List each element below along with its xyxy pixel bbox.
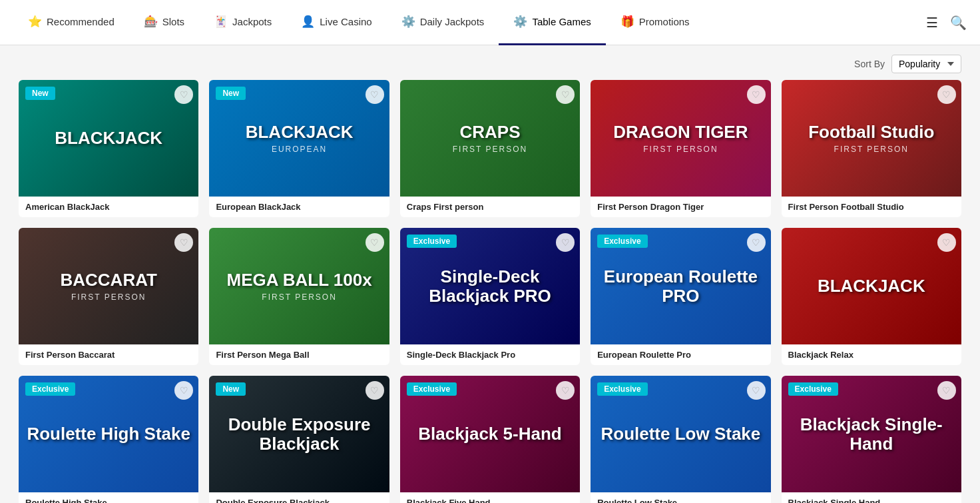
game-overlay-title-5: Football Studio xyxy=(808,123,934,142)
game-overlay-text-3: CRAPSFIRST PERSON xyxy=(453,123,527,154)
game-overlay-sub-4: FIRST PERSON xyxy=(613,145,748,154)
game-thumb-1: NewBLACKJACK♡ xyxy=(19,80,198,197)
slots-icon: 🎰 xyxy=(144,15,158,29)
game-card-4[interactable]: DRAGON TIGERFIRST PERSON♡First Person Dr… xyxy=(591,80,770,217)
game-overlay-title-14: Roulette Low Stake xyxy=(601,424,760,444)
nav-item-recommended[interactable]: ⭐Recommended xyxy=(13,0,129,45)
game-overlay-title-7: MEGA BALL 100x xyxy=(227,270,372,290)
main-nav: ⭐Recommended🎰Slots🃏Jackpots👤Live Casino⚙… xyxy=(0,0,980,45)
heart-button-15[interactable]: ♡ xyxy=(937,381,956,400)
game-overlay-text-7: MEGA BALL 100xFIRST PERSON xyxy=(227,270,372,302)
game-card-9[interactable]: ExclusiveEuropean Roulette PRO♡European … xyxy=(591,228,770,365)
nav-item-label-table-games: Table Games xyxy=(532,16,591,27)
game-overlay-text-8: Single-Deck Blackjack PRO xyxy=(407,267,573,305)
game-card-3[interactable]: CRAPSFIRST PERSON♡Craps First person xyxy=(400,80,580,217)
nav-item-label-recommended: Recommended xyxy=(47,16,115,27)
game-overlay-sub-3: FIRST PERSON xyxy=(453,145,527,154)
game-card-7[interactable]: MEGA BALL 100xFIRST PERSON♡First Person … xyxy=(209,228,389,365)
heart-button-5[interactable]: ♡ xyxy=(937,85,956,104)
game-overlay-text-2: BLACKJACKEUROPEAN xyxy=(246,123,354,154)
game-overlay-sub-2: EUROPEAN xyxy=(246,145,354,154)
game-card-1[interactable]: NewBLACKJACK♡American BlackJack xyxy=(19,80,198,217)
game-title-8: Single-Deck Blackjack Pro xyxy=(400,344,580,365)
game-overlay-text-9: European Roulette PRO xyxy=(597,267,764,305)
game-overlay-text-12: Double Exposure Blackjack xyxy=(216,415,382,453)
game-badge-1: New xyxy=(25,87,55,100)
game-overlay-title-4: DRAGON TIGER xyxy=(613,123,748,142)
game-title-9: European Roulette Pro xyxy=(591,344,770,365)
nav-item-label-daily-jackpots: Daily Jackpots xyxy=(420,16,485,27)
games-container: NewBLACKJACK♡American BlackJackNewBLACKJ… xyxy=(0,80,980,503)
game-badge-13: Exclusive xyxy=(407,382,457,396)
game-card-6[interactable]: BACCARATFIRST PERSON♡First Person Baccar… xyxy=(19,228,198,365)
table-games-icon: ⚙️ xyxy=(513,15,527,29)
heart-button-14[interactable]: ♡ xyxy=(747,381,766,400)
heart-button-12[interactable]: ♡ xyxy=(366,381,384,400)
game-thumb-3: CRAPSFIRST PERSON♡ xyxy=(400,80,580,197)
live-casino-icon: 👤 xyxy=(301,15,315,29)
game-title-13: Blackjack Five Hand xyxy=(400,492,580,503)
game-thumb-13: ExclusiveBlackjack 5-Hand♡ xyxy=(400,376,580,492)
game-overlay-title-9: European Roulette PRO xyxy=(597,267,764,305)
game-card-15[interactable]: ExclusiveBlackjack Single-Hand♡Blackjack… xyxy=(782,376,961,503)
game-card-14[interactable]: ExclusiveRoulette Low Stake♡Roulette Low… xyxy=(591,376,770,503)
heart-button-8[interactable]: ♡ xyxy=(556,233,575,252)
game-thumb-7: MEGA BALL 100xFIRST PERSON♡ xyxy=(209,228,389,344)
game-thumb-10: BLACKJACK♡ xyxy=(782,228,961,344)
game-overlay-sub-5: FIRST PERSON xyxy=(808,145,934,154)
nav-item-label-jackpots: Jackpots xyxy=(232,16,272,27)
nav-item-table-games[interactable]: ⚙️Table Games xyxy=(499,0,605,45)
game-badge-9: Exclusive xyxy=(597,235,647,248)
sort-label: Sort By xyxy=(854,59,885,69)
game-title-10: Blackjack Relax xyxy=(782,344,961,365)
game-thumb-2: NewBLACKJACKEUROPEAN♡ xyxy=(209,80,389,197)
game-title-15: Blackjack Single Hand xyxy=(782,492,961,503)
game-thumb-4: DRAGON TIGERFIRST PERSON♡ xyxy=(591,80,770,197)
game-bg-3: CRAPSFIRST PERSON xyxy=(400,80,580,197)
game-title-6: First Person Baccarat xyxy=(19,344,198,365)
game-overlay-text-4: DRAGON TIGERFIRST PERSON xyxy=(613,123,748,154)
game-thumb-6: BACCARATFIRST PERSON♡ xyxy=(19,228,198,344)
game-overlay-text-10: BLACKJACK xyxy=(818,276,925,296)
nav-item-label-live-casino: Live Casino xyxy=(320,16,371,27)
game-title-2: European BlackJack xyxy=(209,197,389,217)
game-title-12: Double Exposure Blackjack xyxy=(209,492,389,503)
search-icon[interactable]: 🔍 xyxy=(950,15,967,31)
nav-item-daily-jackpots[interactable]: ⚙️Daily Jackpots xyxy=(387,0,499,45)
nav-items: ⭐Recommended🎰Slots🃏Jackpots👤Live Casino⚙… xyxy=(13,0,926,45)
game-overlay-text-11: Roulette High Stake xyxy=(27,424,190,444)
nav-item-live-casino[interactable]: 👤Live Casino xyxy=(286,0,386,45)
game-card-11[interactable]: ExclusiveRoulette High Stake♡Roulette Hi… xyxy=(19,376,198,503)
game-bg-10: BLACKJACK xyxy=(782,228,961,344)
game-card-5[interactable]: Football StudioFIRST PERSON♡First Person… xyxy=(782,80,961,217)
game-bg-6: BACCARATFIRST PERSON xyxy=(19,228,198,344)
recommended-icon: ⭐ xyxy=(28,15,42,29)
game-card-8[interactable]: ExclusiveSingle-Deck Blackjack PRO♡Singl… xyxy=(400,228,580,365)
heart-button-7[interactable]: ♡ xyxy=(366,233,384,252)
game-overlay-title-11: Roulette High Stake xyxy=(27,424,190,444)
game-badge-15: Exclusive xyxy=(788,382,838,396)
heart-button-10[interactable]: ♡ xyxy=(937,233,956,252)
list-icon[interactable]: ☰ xyxy=(926,15,938,31)
game-title-11: Roulette High Stake xyxy=(19,492,198,503)
game-overlay-title-10: BLACKJACK xyxy=(818,276,925,296)
nav-item-promotions[interactable]: 🎁Promotions xyxy=(606,0,704,45)
promotions-icon: 🎁 xyxy=(620,15,634,29)
game-card-12[interactable]: NewDouble Exposure Blackjack♡Double Expo… xyxy=(209,376,389,503)
nav-item-slots[interactable]: 🎰Slots xyxy=(129,0,199,45)
game-overlay-text-14: Roulette Low Stake xyxy=(601,424,760,444)
game-bg-5: Football StudioFIRST PERSON xyxy=(782,80,961,197)
heart-button-2[interactable]: ♡ xyxy=(366,85,384,104)
game-thumb-14: ExclusiveRoulette Low Stake♡ xyxy=(591,376,770,492)
game-card-10[interactable]: BLACKJACK♡Blackjack Relax xyxy=(782,228,961,365)
game-card-2[interactable]: NewBLACKJACKEUROPEAN♡European BlackJack xyxy=(209,80,389,217)
game-title-14: Roulette Low Stake xyxy=(591,492,770,503)
heart-button-9[interactable]: ♡ xyxy=(747,233,766,252)
game-badge-11: Exclusive xyxy=(25,382,75,396)
nav-item-jackpots[interactable]: 🃏Jackpots xyxy=(199,0,286,45)
heart-button-3[interactable]: ♡ xyxy=(556,85,575,104)
heart-button-4[interactable]: ♡ xyxy=(747,85,766,104)
game-card-13[interactable]: ExclusiveBlackjack 5-Hand♡Blackjack Five… xyxy=(400,376,580,503)
heart-button-13[interactable]: ♡ xyxy=(556,381,575,400)
sort-select[interactable]: PopularityA-ZZ-ANew xyxy=(891,55,961,73)
